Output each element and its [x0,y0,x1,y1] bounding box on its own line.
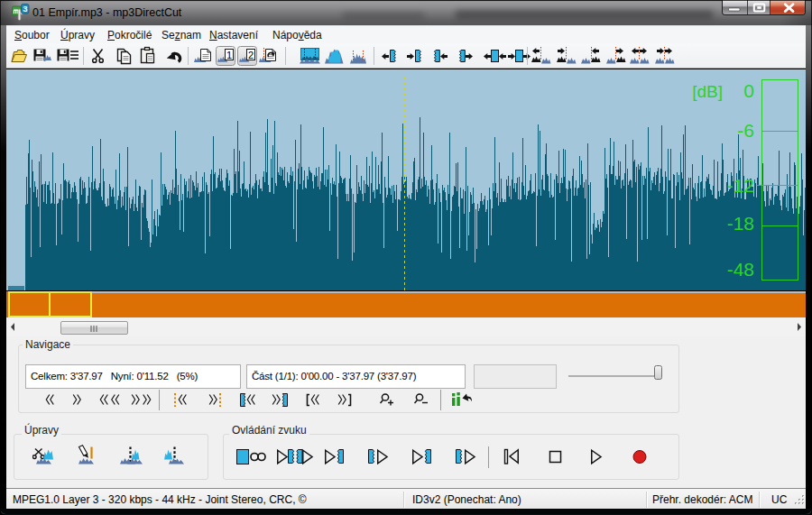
svg-text:2: 2 [248,50,254,60]
svg-text:-48: -48 [727,259,754,280]
svg-text:0: 0 [743,80,754,101]
svg-text:-6: -6 [737,120,754,141]
svg-text:1: 1 [226,50,232,60]
svg-text:-12: -12 [727,175,754,196]
svg-text:3: 3 [23,4,27,14]
svg-text:-18: -18 [727,213,754,234]
svg-text:[dB]: [dB] [692,82,723,101]
